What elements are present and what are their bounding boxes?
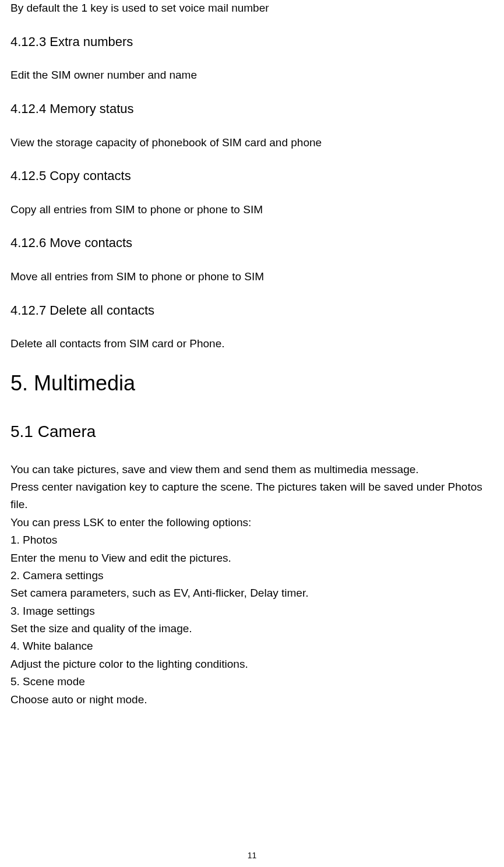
option-5-body: Choose auto or night mode. — [10, 691, 494, 709]
option-1-body: Enter the menu to View and edit the pict… — [10, 549, 494, 567]
option-4-title: 4. White balance — [10, 637, 494, 655]
option-3-title: 3. Image settings — [10, 602, 494, 620]
page-number: 11 — [248, 851, 257, 860]
option-1-title: 1. Photos — [10, 531, 494, 549]
heading-4-12-6: 4.12.6 Move contacts — [10, 234, 494, 252]
heading-4-12-5: 4.12.5 Copy contacts — [10, 167, 494, 185]
option-2-title: 2. Camera settings — [10, 567, 494, 584]
heading-5: 5. Multimedia — [10, 369, 494, 398]
option-3-body: Set the size and quality of the image. — [10, 620, 494, 637]
option-2-body: Set camera parameters, such as EV, Anti-… — [10, 584, 494, 602]
heading-4-12-3: 4.12.3 Extra numbers — [10, 33, 494, 51]
para-5-1-1: You can take pictures, save and view the… — [10, 461, 494, 478]
intro-text: By default the 1 key is used to set voic… — [10, 0, 494, 17]
para-5-1-3: You can press LSK to enter the following… — [10, 514, 494, 531]
heading-4-12-4: 4.12.4 Memory status — [10, 100, 494, 118]
option-4-body: Adjust the picture color to the lighting… — [10, 655, 494, 673]
section-5-1-body: You can take pictures, save and view the… — [10, 461, 494, 709]
body-4-12-5: Copy all entries from SIM to phone or ph… — [10, 202, 494, 218]
body-4-12-4: View the storage capacity of phonebook o… — [10, 135, 494, 151]
heading-4-12-7: 4.12.7 Delete all contacts — [10, 302, 494, 320]
body-4-12-7: Delete all contacts from SIM card or Pho… — [10, 336, 494, 353]
option-5-title: 5. Scene mode — [10, 673, 494, 690]
heading-5-1: 5.1 Camera — [10, 420, 494, 443]
body-4-12-3: Edit the SIM owner number and name — [10, 67, 494, 84]
para-5-1-2: Press center navigation key to capture t… — [10, 478, 494, 514]
body-4-12-6: Move all entries from SIM to phone or ph… — [10, 269, 494, 286]
